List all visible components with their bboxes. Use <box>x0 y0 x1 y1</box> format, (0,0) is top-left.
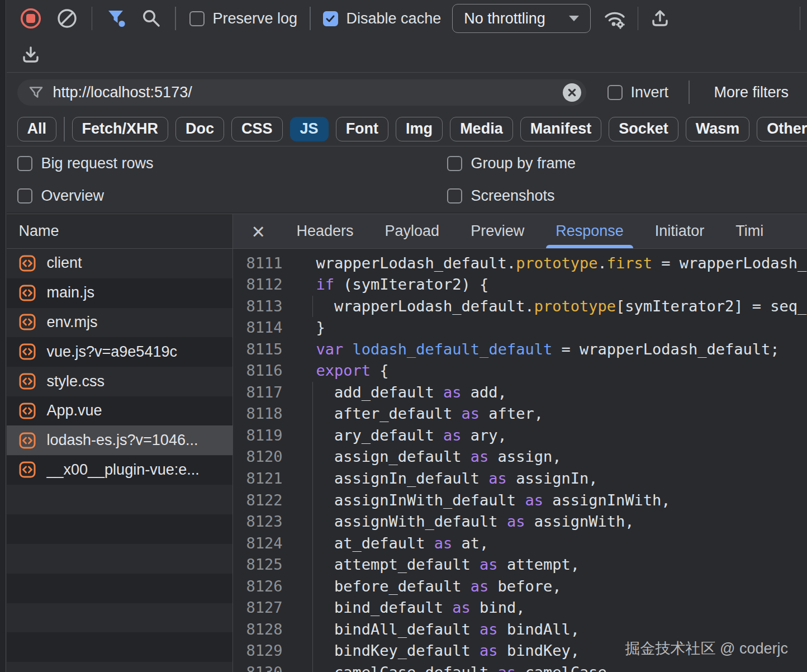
throttling-select[interactable]: No throttling <box>452 4 591 33</box>
line-content: at_default as at, <box>316 533 489 555</box>
tab-timi[interactable]: Timi <box>735 214 763 249</box>
indent-guide <box>312 425 314 447</box>
close-icon[interactable]: × <box>252 214 265 249</box>
filter-chip-doc[interactable]: Doc <box>175 117 224 141</box>
toolbar-separator <box>310 7 311 30</box>
line-content: } <box>316 317 325 339</box>
request-row-style-css[interactable]: style.css <box>7 367 232 396</box>
line-number: 8123 <box>233 511 283 533</box>
filter-chip-media[interactable]: Media <box>450 117 513 141</box>
network-conditions-button[interactable] <box>603 7 626 30</box>
request-name: style.css <box>47 373 105 390</box>
screenshots-label: Screenshots <box>471 187 555 205</box>
line-content: after_default as after, <box>316 403 543 425</box>
record-button[interactable] <box>20 8 41 29</box>
line-content: attempt_default as attempt, <box>316 554 580 576</box>
filter-chip-img[interactable]: Img <box>396 117 443 141</box>
clear-button[interactable] <box>57 8 77 29</box>
toolbar-separator <box>92 7 93 30</box>
filter-input-value[interactable]: http://localhost:5173/ <box>53 84 563 101</box>
network-toolbar: Preserve log Disable cache No throttling <box>7 0 807 37</box>
line-content: assignInWith_default as assignInWith, <box>316 490 671 512</box>
code-line: 8130 camelCase_default as camelCase <box>233 662 807 672</box>
line-content: camelCase_default as camelCase <box>316 662 607 672</box>
toolbar-separator <box>800 7 801 30</box>
request-row-vue-js-v-a9e5419c[interactable]: vue.js?v=a9e5419c <box>7 337 232 367</box>
line-number: 8124 <box>233 533 283 555</box>
search-button[interactable] <box>141 8 162 29</box>
preserve-log-checkbox[interactable] <box>189 11 205 26</box>
indent-guide <box>312 382 314 404</box>
request-row-env-mjs[interactable]: env.mjs <box>7 307 232 337</box>
line-number: 8116 <box>233 360 283 382</box>
line-content: bind_default as bind, <box>316 597 525 619</box>
code-line: 8118 after_default as after, <box>233 403 807 425</box>
script-file-icon <box>19 285 36 301</box>
code-line: 8127 bind_default as bind, <box>233 597 807 619</box>
code-line: 8121 assignIn_default as assignIn, <box>233 468 807 490</box>
request-name: vue.js?v=a9e5419c <box>47 343 177 361</box>
line-number: 8118 <box>233 403 283 425</box>
group-by-frame-checkbox[interactable] <box>447 156 462 171</box>
filter-toggle-button[interactable] <box>107 9 127 28</box>
filter-chip-css[interactable]: CSS <box>231 117 283 141</box>
preserve-log-label: Preserve log <box>213 10 298 27</box>
response-code-viewer[interactable]: 8111wrapperLodash_default.prototype.firs… <box>233 249 807 672</box>
line-number: 8114 <box>233 317 283 339</box>
search-icon <box>141 8 162 29</box>
more-filters-button[interactable]: More filters <box>714 84 789 101</box>
name-column-header[interactable]: Name <box>7 214 232 249</box>
tab-initiator[interactable]: Initiator <box>655 214 705 249</box>
network-toolbar-row2 <box>7 37 807 73</box>
code-line: 8114} <box>233 317 807 339</box>
request-row-main-js[interactable]: main.js <box>7 278 232 307</box>
big-request-rows-checkbox[interactable] <box>17 156 32 171</box>
screenshots-checkbox[interactable] <box>447 188 462 204</box>
record-icon <box>20 8 41 29</box>
line-content: assignWith_default as assignWith, <box>316 511 634 533</box>
line-content: if (symIterator2) { <box>316 274 489 296</box>
script-file-icon <box>19 461 36 478</box>
filter-chip-manifest[interactable]: Manifest <box>520 117 602 141</box>
tab-preview[interactable]: Preview <box>471 214 524 249</box>
code-line: 8126 before_default as before, <box>233 576 807 598</box>
tab-payload[interactable]: Payload <box>385 214 440 249</box>
request-row-client[interactable]: client <box>7 249 232 278</box>
disable-cache-checkbox[interactable] <box>323 11 338 26</box>
filter-chip-other[interactable]: Other <box>757 117 807 141</box>
invert-label: Invert <box>631 84 669 101</box>
tab-response[interactable]: Response <box>556 214 624 249</box>
overview-checkbox[interactable] <box>17 188 32 204</box>
request-name: main.js <box>47 284 95 301</box>
line-content: ary_default as ary, <box>316 425 507 447</box>
filter-chip-font[interactable]: Font <box>336 117 388 141</box>
invert-checkbox[interactable] <box>607 85 623 100</box>
clear-filter-button[interactable] <box>563 83 581 102</box>
line-number: 8113 <box>233 296 283 318</box>
script-file-icon <box>19 461 36 478</box>
request-row-lodash-es-js-v-1046[interactable]: lodash-es.js?v=1046... <box>7 425 232 455</box>
export-har-button[interactable] <box>649 8 671 29</box>
line-number: 8128 <box>233 619 283 641</box>
filter-chip-js[interactable]: JS <box>290 117 329 141</box>
disable-cache-label: Disable cache <box>346 10 442 27</box>
line-content: export { <box>316 360 389 382</box>
import-har-button[interactable] <box>20 44 41 65</box>
line-number: 8129 <box>233 640 283 662</box>
request-row-x00-plugin-vue-e[interactable]: __x00__plugin-vue:e... <box>7 455 232 485</box>
filter-chip-socket[interactable]: Socket <box>609 117 678 141</box>
filter-input[interactable]: http://localhost:5173/ <box>17 79 586 106</box>
line-number: 8122 <box>233 490 283 512</box>
request-row-app-vue[interactable]: App.vue <box>7 396 232 425</box>
code-line: 8117 add_default as add, <box>233 382 807 404</box>
indent-guide <box>312 554 314 576</box>
tab-headers[interactable]: Headers <box>297 214 354 249</box>
line-content: before_default as before, <box>316 576 562 598</box>
line-number: 8117 <box>233 382 283 404</box>
script-file-icon <box>19 432 36 449</box>
close-icon <box>568 88 576 97</box>
filter-chip-wasm[interactable]: Wasm <box>686 117 750 141</box>
filter-chip-all[interactable]: All <box>17 117 57 141</box>
toolbar-separator <box>638 7 639 30</box>
filter-chip-fetch-xhr[interactable]: Fetch/XHR <box>72 117 169 141</box>
